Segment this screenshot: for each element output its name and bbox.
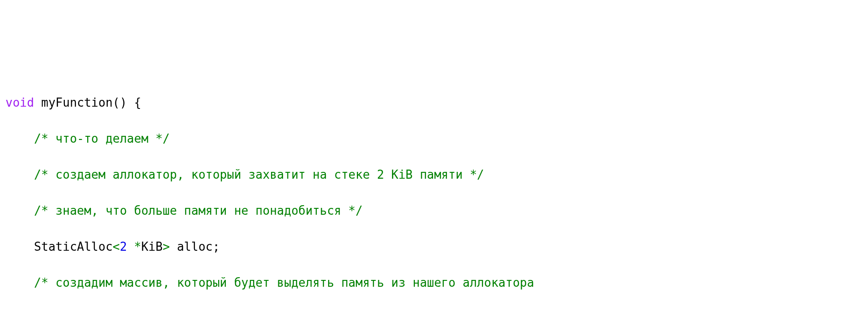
code-text: StaticAlloc [34, 240, 113, 253]
code-line-1: void myFunction() { [5, 94, 863, 112]
code-line-6: /* создадим массив, который будет выделя… [5, 274, 863, 292]
angle-open: < [113, 240, 120, 253]
code-text: myFunction() { [34, 96, 141, 109]
code-text: alloc; [170, 240, 220, 253]
code-line-4: /* знаем, что больше памяти не понадобит… [5, 202, 863, 220]
keyword-void: void [5, 96, 34, 109]
number-literal: 2 [120, 240, 127, 253]
comment: /* создаем аллокатор, который захватит н… [34, 168, 484, 181]
comment: /* знаем, что больше памяти не понадобит… [34, 204, 363, 217]
code-line-5: StaticAlloc<2 *KiB> alloc; [5, 238, 863, 256]
code-text: KiB [141, 240, 162, 253]
code-line-2: /* что-то делаем */ [5, 130, 863, 148]
code-block: void myFunction() { /* что-то делаем */ … [5, 76, 863, 310]
angle-close: > [162, 240, 170, 253]
star-op: * [134, 240, 141, 253]
code-line-3: /* создаем аллокатор, который захватит н… [5, 166, 863, 184]
comment: /* что-то делаем */ [34, 132, 170, 145]
code-text [127, 240, 134, 253]
comment: /* создадим массив, который будет выделя… [34, 276, 534, 289]
